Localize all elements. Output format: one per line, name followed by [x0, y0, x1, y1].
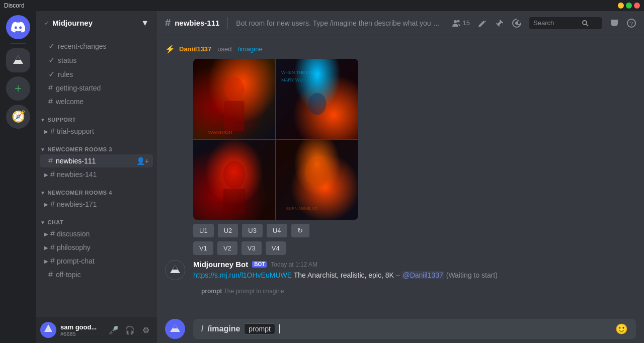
text-cursor: [279, 324, 280, 333]
command-prompt-label: prompt: [244, 323, 275, 334]
server-verified-icon: ✓: [44, 20, 49, 27]
channel-item-discussion[interactable]: ▶ # discussion: [40, 227, 153, 240]
members-icon[interactable]: 15: [452, 19, 470, 28]
system-user: Daniil1337: [179, 45, 211, 53]
u2-button[interactable]: U2: [218, 224, 238, 237]
channel-name: off-topic: [56, 271, 81, 279]
v3-button[interactable]: V3: [242, 241, 262, 255]
bot-author-name: Midjourney Bot: [193, 260, 248, 269]
mute-button[interactable]: 🎤: [107, 323, 121, 337]
pencil-icon[interactable]: [478, 19, 487, 28]
user-controls: 🎤 🎧 ⚙: [107, 323, 153, 337]
channel-item-off-topic[interactable]: # off-topic: [40, 268, 153, 281]
bot-message-row: Midjourney Bot BOT Today at 1:12 AM http…: [165, 259, 636, 282]
message-timestamp: Today at 1:12 AM: [271, 261, 317, 268]
channel-item-philosophy[interactable]: ▶ # philosophy: [40, 241, 153, 254]
channel-item-status[interactable]: ✓ status: [40, 53, 153, 67]
svg-rect-14: [223, 189, 246, 214]
channel-item-prompt-chat[interactable]: ▶ # prompt-chat: [40, 254, 153, 268]
system-command: /imagine: [238, 45, 263, 53]
image-grid: WARRIOR WHEN THEY CALL MARY WU: [193, 59, 358, 220]
channel-item-recent-changes[interactable]: ✓ recent-changes: [40, 39, 153, 53]
help-icon[interactable]: ?: [627, 19, 636, 28]
channel-name: rules: [58, 70, 73, 78]
message-status: (Waiting to start): [446, 271, 498, 279]
discord-home-icon[interactable]: [6, 15, 30, 39]
refresh-button[interactable]: ↻: [291, 224, 309, 237]
header-divider: [227, 17, 228, 29]
u4-button[interactable]: U4: [267, 224, 287, 237]
explore-servers-button[interactable]: 🧭: [6, 105, 30, 129]
category-label: NEWCOMER ROOMS 3: [47, 146, 112, 152]
v4-button[interactable]: V4: [266, 241, 286, 255]
channel-item-welcome[interactable]: # welcome: [40, 95, 153, 108]
inbox-icon[interactable]: [610, 19, 619, 28]
channel-item-getting-started[interactable]: # getting-started: [40, 81, 153, 95]
close-button[interactable]: [634, 3, 640, 9]
pin-icon[interactable]: [495, 19, 504, 28]
user-discriminator: #6685: [60, 331, 103, 337]
channel-name: status: [58, 56, 76, 64]
slash-command-hint-area: prompt The prompt to imagine: [165, 286, 636, 296]
user-mention: @Daniil1337: [401, 271, 444, 279]
channel-item-rules[interactable]: ✓ rules: [40, 67, 153, 81]
svg-point-13: [223, 161, 246, 189]
channel-item-newbies-111[interactable]: # newbies-111 👤+: [40, 154, 153, 167]
category-label: CHAT: [47, 219, 63, 225]
image-cell-2[interactable]: WHEN THEY CALL MARY WU: [276, 59, 358, 139]
channel-item-newbies-171[interactable]: ▶ # newbies-171: [40, 198, 153, 211]
server-sidebar: + 🧭: [0, 11, 36, 343]
svg-point-15: [305, 158, 330, 187]
channel-item-newbies-141[interactable]: ▶ # newbies-141: [40, 168, 153, 181]
add-server-button[interactable]: +: [6, 76, 30, 101]
app-container: + 🧭 ✓ Midjourney ▼ ✓ recent-changes ✓ st…: [0, 11, 644, 343]
image-cell-3[interactable]: [193, 140, 275, 220]
mention-icon[interactable]: [512, 19, 521, 28]
slash-hint-label: prompt: [201, 288, 222, 295]
svg-line-4: [586, 24, 588, 26]
channel-item-trial-support[interactable]: ▶ # trial-support: [40, 125, 153, 138]
image-cell-1[interactable]: WARRIOR: [193, 59, 275, 139]
message-link[interactable]: https://s.mj.run/l1OHvEuMUWE: [193, 271, 292, 279]
category-support[interactable]: ▼ SUPPORT: [36, 109, 157, 125]
add-member-icon[interactable]: 👤+: [136, 157, 149, 165]
emoji-button[interactable]: 🙂: [615, 323, 628, 335]
v2-button[interactable]: V2: [217, 241, 237, 255]
image-cell-4[interactable]: BURN ANNIE XO: [276, 140, 358, 220]
channel-name: newbies-141: [57, 170, 97, 179]
system-action: used: [217, 45, 231, 53]
u1-button[interactable]: U1: [193, 224, 214, 237]
titlebar: Discord: [0, 0, 644, 11]
svg-rect-8: [224, 101, 245, 131]
category-arrow-icon: ▼: [40, 220, 45, 225]
minimize-button[interactable]: [618, 3, 624, 9]
user-settings-button[interactable]: ⚙: [139, 323, 153, 337]
v1-button[interactable]: V1: [193, 241, 213, 255]
u3-button[interactable]: U3: [242, 224, 263, 237]
svg-point-3: [583, 21, 587, 25]
deafen-button[interactable]: 🎧: [123, 323, 137, 337]
titlebar-controls[interactable]: [618, 3, 640, 9]
user-info: sam good... #6685: [60, 323, 103, 337]
expand-arrow-icon: ▶: [44, 129, 48, 134]
messages-area[interactable]: ⚡ Daniil1337 used /imagine WARRIOR: [157, 35, 644, 319]
svg-text:WHEN THEY CALL: WHEN THEY CALL: [281, 70, 320, 75]
svg-point-7: [224, 77, 245, 101]
hash-icon: #: [50, 127, 55, 136]
hash-icon: #: [50, 200, 55, 209]
command-name: /imagine: [207, 324, 240, 333]
command-input-box[interactable]: / /imagine prompt 🙂: [193, 319, 636, 339]
search-input[interactable]: [533, 19, 579, 27]
server-icon-midjourney[interactable]: [6, 48, 30, 72]
category-chat[interactable]: ▼ CHAT: [36, 211, 157, 227]
category-newcomer-rooms-4[interactable]: ▼ NEWCOMER ROOMS 4: [36, 182, 157, 198]
channel-sidebar: ✓ Midjourney ▼ ✓ recent-changes ✓ status…: [36, 11, 157, 343]
category-newcomer-rooms-3[interactable]: ▼ NEWCOMER ROOMS 3: [36, 138, 157, 154]
channel-name: getting-started: [56, 84, 101, 92]
channel-name: newbies-111: [56, 157, 96, 165]
search-box[interactable]: [529, 17, 602, 29]
channel-name: newbies-171: [57, 200, 97, 208]
maximize-button[interactable]: [626, 3, 632, 9]
channel-title: newbies-111: [175, 19, 219, 27]
server-header[interactable]: ✓ Midjourney ▼: [36, 11, 157, 35]
